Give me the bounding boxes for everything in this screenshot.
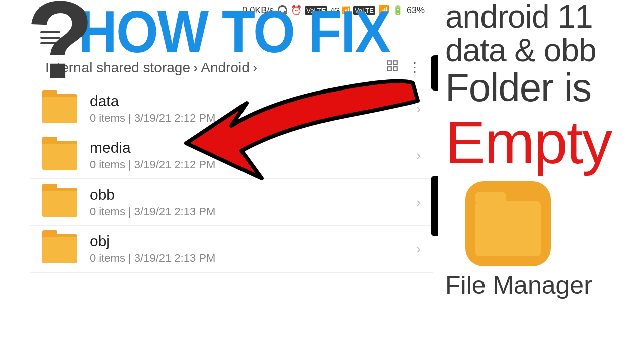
svg-rect-2 bbox=[387, 67, 391, 71]
svg-rect-1 bbox=[393, 61, 397, 65]
right-text-1: android 11 bbox=[445, 0, 641, 34]
phone-side-button bbox=[431, 176, 438, 236]
right-app-label: File Manager bbox=[445, 270, 641, 300]
folder-icon bbox=[42, 234, 77, 263]
folder-meta: 0 items | 3/19/21 2:13 PM bbox=[90, 252, 404, 265]
battery-icon: 🔋 bbox=[392, 5, 404, 16]
folder-icon bbox=[42, 188, 77, 217]
folder-name: obj bbox=[90, 233, 404, 250]
list-item[interactable]: obj 0 items | 3/19/21 2:13 PM › bbox=[30, 226, 433, 273]
right-text-3: Folder is bbox=[445, 67, 641, 109]
folder-icon bbox=[42, 141, 77, 170]
red-arrow-graphic bbox=[181, 73, 423, 199]
folder-meta: 0 items | 3/19/21 2:13 PM bbox=[90, 205, 404, 218]
headline-text: HOW TO FIX bbox=[78, 0, 390, 66]
svg-rect-3 bbox=[393, 67, 397, 71]
phone-side-button bbox=[431, 55, 438, 90]
question-mark-graphic: ? bbox=[26, 0, 94, 96]
file-manager-app-icon bbox=[465, 181, 551, 266]
right-text-2: data & obb bbox=[445, 34, 641, 67]
right-text-empty: Empty bbox=[445, 111, 641, 174]
right-panel: android 11 data & obb Folder is Empty Fi… bbox=[440, 0, 641, 362]
chevron-right-icon: › bbox=[416, 241, 421, 257]
battery-pct: 63% bbox=[407, 5, 425, 16]
